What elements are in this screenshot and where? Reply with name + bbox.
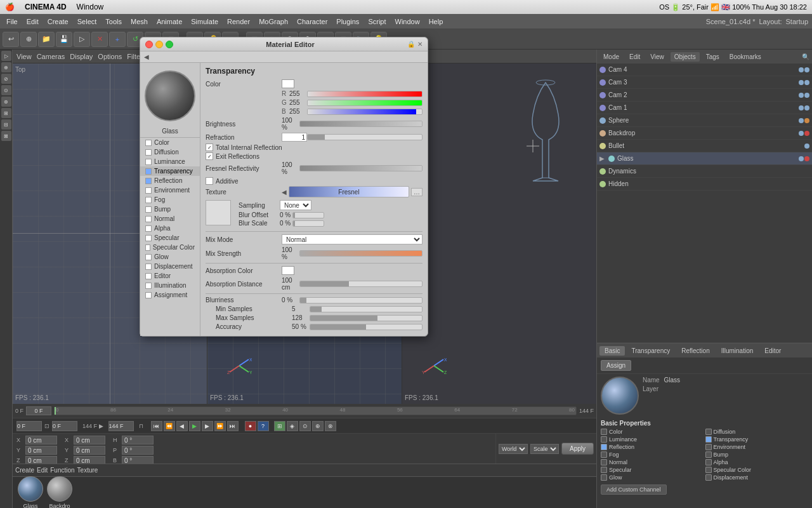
me-zoom-button[interactable]: [166, 41, 173, 48]
mat-transparency-tab[interactable]: Transparency: [626, 346, 675, 356]
transport-start[interactable]: ⏮: [151, 421, 162, 431]
me-mix-strength-slider[interactable]: [299, 250, 422, 257]
me-fresnel-reflectivity-slider[interactable]: [299, 165, 422, 171]
y-input2[interactable]: [74, 446, 105, 455]
transport-end[interactable]: ⏭: [227, 421, 239, 431]
me-sampling-select[interactable]: None: [280, 200, 311, 210]
me-nav-cb-assignment[interactable]: [145, 292, 152, 298]
vp-tab-display[interactable]: Display: [70, 53, 93, 60]
prop-cb-fog[interactable]: [601, 451, 607, 458]
scale-select[interactable]: Scale: [530, 444, 559, 454]
info-btn[interactable]: ?: [258, 421, 269, 431]
me-exit-reflections-checkbox[interactable]: [206, 152, 213, 160]
me-nav-environment[interactable]: Environment: [140, 185, 200, 195]
me-nav-alpha[interactable]: Alpha: [140, 224, 200, 233]
key2[interactable]: ◈: [287, 421, 298, 431]
menu-help[interactable]: Help: [426, 17, 446, 26]
me-nav-cb-alpha[interactable]: [145, 225, 152, 232]
right-tab-mode[interactable]: Mode: [599, 52, 623, 62]
mat-basic-tab[interactable]: Basic: [599, 346, 625, 356]
obj-row-backdrop[interactable]: Backdrop: [597, 127, 812, 140]
toolbar-icon-open[interactable]: 📁: [38, 32, 55, 47]
viewport-glass[interactable]: X Z Y FPS : 236.1: [402, 64, 596, 404]
me-nav-cb-illumination[interactable]: [145, 283, 152, 289]
obj-row-cam1[interactable]: Cam 1: [597, 102, 812, 114]
me-color-swatch[interactable]: [282, 79, 294, 88]
me-nav-glow[interactable]: Glow: [140, 252, 200, 262]
end-frame-input[interactable]: [108, 421, 134, 431]
me-nav-cb-color[interactable]: [145, 140, 152, 146]
menu-mograph[interactable]: MoGraph: [256, 17, 291, 26]
prop-cb-specular-color[interactable]: [705, 467, 712, 473]
me-mix-mode-select[interactable]: Normal: [282, 234, 422, 244]
menu-window[interactable]: Window: [393, 17, 422, 26]
vp-tab-options[interactable]: Options: [98, 53, 122, 60]
me-additive-checkbox[interactable]: [206, 177, 213, 185]
me-blur-scale-slider[interactable]: [292, 220, 324, 227]
mat-reflection-tab[interactable]: Reflection: [676, 346, 714, 356]
obj-expand-glass[interactable]: ▶: [599, 155, 605, 162]
prop-cb-environment[interactable]: [705, 444, 712, 450]
sidebar-icon-2[interactable]: ⊕: [1, 62, 11, 72]
me-absorption-distance-slider[interactable]: [299, 281, 422, 287]
me-nav-cb-bump[interactable]: [145, 206, 152, 213]
me-min-samples-slider[interactable]: [310, 306, 422, 312]
me-nav-assignment[interactable]: Assignment: [140, 290, 200, 300]
obj-row-cam2[interactable]: Cam 2: [597, 89, 812, 102]
toolbar-icon-new[interactable]: ⊕: [20, 32, 37, 47]
mat-illumination-tab[interactable]: Illumination: [716, 346, 759, 356]
me-r-slider[interactable]: [307, 91, 422, 97]
me-nav-specular[interactable]: Specular: [140, 233, 200, 243]
me-nav-color[interactable]: Color: [140, 138, 200, 147]
vp-tab-cameras[interactable]: Cameras: [37, 53, 65, 60]
me-b-slider[interactable]: [307, 109, 422, 115]
apply-button[interactable]: Apply: [561, 443, 594, 455]
toolbar-icon-save[interactable]: 💾: [56, 32, 72, 47]
prop-cb-glow[interactable]: [601, 474, 607, 481]
sidebar-icon-7[interactable]: ⊟: [1, 119, 11, 130]
world-select[interactable]: World: [499, 444, 528, 454]
menu-edit[interactable]: Edit: [24, 17, 41, 26]
me-nav-displacement[interactable]: Displacement: [140, 262, 200, 271]
prop-cb-luminance[interactable]: [601, 436, 607, 443]
me-nav-luminance[interactable]: Luminance: [140, 157, 200, 166]
prop-cb-bump[interactable]: [705, 451, 712, 458]
me-nav-cb-fog[interactable]: [145, 197, 152, 203]
mat-tab-create[interactable]: Create: [15, 467, 34, 474]
me-total-internal-checkbox[interactable]: [206, 144, 213, 151]
frame-input[interactable]: [26, 406, 51, 415]
obj-row-bullet[interactable]: Bullet: [597, 140, 812, 152]
me-nav-cb-editor[interactable]: [145, 273, 152, 279]
right-tab-tags[interactable]: Tags: [702, 52, 723, 62]
right-tab-bookmarks[interactable]: Bookmarks: [726, 52, 765, 62]
menu-create[interactable]: Create: [45, 17, 71, 26]
sidebar-icon-3[interactable]: ⊘: [1, 74, 11, 84]
prop-cb-displacement[interactable]: [705, 474, 712, 481]
me-close-button[interactable]: [145, 41, 153, 48]
me-refraction-input[interactable]: [282, 133, 307, 142]
toolbar-icon-move[interactable]: +: [109, 32, 126, 47]
me-nav-diffusion[interactable]: Diffusion: [140, 147, 200, 157]
transport-next[interactable]: ⏩: [214, 421, 226, 431]
me-nav-transparency[interactable]: Transparency: [140, 166, 200, 176]
mat-item-glass[interactable]: Glass: [18, 476, 43, 509]
me-nav-normal[interactable]: Normal: [140, 214, 200, 224]
mat-item-backdrop[interactable]: Backdro: [47, 476, 72, 509]
me-nav-cb-reflection[interactable]: [145, 178, 152, 184]
menu-mesh[interactable]: Mesh: [128, 17, 150, 26]
menu-simulate[interactable]: Simulate: [188, 17, 221, 26]
prop-cb-reflection[interactable]: [601, 444, 607, 450]
me-nav-cb-specular-color[interactable]: [145, 244, 150, 251]
key4[interactable]: ⊕: [312, 421, 324, 431]
me-nav-specular-color[interactable]: Specular Color: [140, 243, 200, 252]
y-input[interactable]: [25, 446, 57, 455]
mat-sphere-backdrop[interactable]: [47, 476, 72, 502]
prop-cb-color[interactable]: [601, 429, 607, 435]
me-titlebar[interactable]: Material Editor 🔒 ✕: [140, 37, 428, 51]
me-texture-menu[interactable]: …: [411, 188, 422, 196]
me-nav-reflection[interactable]: Reflection: [140, 176, 200, 185]
menu-character[interactable]: Character: [294, 17, 330, 26]
sidebar-icon-1[interactable]: ▷: [1, 51, 11, 61]
menu-file[interactable]: File: [4, 17, 20, 26]
mat-tab-edit[interactable]: Edit: [37, 467, 48, 474]
